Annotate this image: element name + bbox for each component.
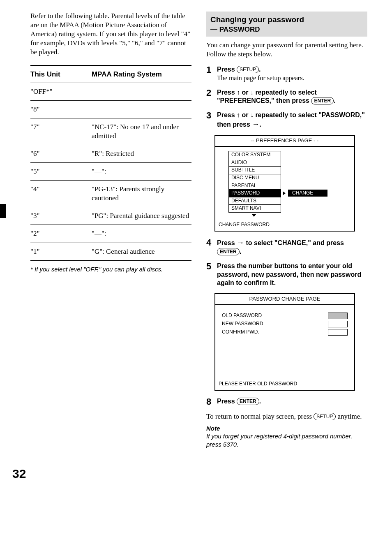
step-1: 1 Press SETUP. The main page for setup a… [206, 65, 367, 83]
osd-menu-item: PARENTAL [228, 182, 281, 190]
down-arrow-icon [250, 111, 254, 118]
rating-table: This Unit MPAA Rating System "OFF*" "8" … [30, 65, 191, 261]
table-row: "3""PG": Parental guidance suggested [30, 207, 191, 225]
step-text: Press [217, 111, 237, 118]
old-password-label: OLD PASSWORD [222, 313, 262, 319]
osd-menu-item: SUBTITLE [228, 166, 281, 174]
new-password-field [328, 321, 348, 327]
enter-key-icon: ENTER [217, 248, 240, 255]
steps-list: 1 Press SETUP. The main page for setup a… [206, 65, 367, 129]
note-label: Note [206, 424, 367, 433]
step-number: 2 [206, 88, 217, 106]
step-5: 5 Press the number buttons to enter your… [206, 262, 367, 287]
osd-menu-item: AUDIO [228, 159, 281, 167]
step-number: 8 [206, 397, 217, 406]
password-row: OLD PASSWORD [222, 313, 348, 319]
preferences-osd: -- PREFERENCES PAGE - - COLOR SYSTEM AUD… [214, 135, 355, 231]
table-row: "5""—": [30, 163, 191, 181]
osd-menu-item-selected: PASSWORD [228, 189, 281, 197]
step-text: . [259, 121, 261, 128]
table-row: "1""G": General audience [30, 243, 191, 261]
return-text: To return to normal play screen, press S… [206, 412, 367, 421]
note-body: If you forget your registered 4-digit pa… [206, 432, 367, 449]
enter-key-icon: ENTER [311, 97, 334, 104]
up-arrow-icon [237, 89, 240, 96]
right-arrow-icon [237, 239, 244, 246]
table-row: "2""—": [30, 225, 191, 243]
table-row: "OFF*" [30, 83, 191, 100]
step-text: Press the number buttons to enter your o… [217, 262, 367, 287]
step-text: Press [217, 89, 237, 96]
step-number: 3 [206, 111, 217, 129]
enter-key-icon: ENTER [237, 398, 259, 405]
step-text: Press [217, 398, 237, 405]
intro-paragraph: Refer to the following table. Parental l… [30, 12, 191, 57]
steps-list-cont: 4 Press to select "CHANGE," and press EN… [206, 238, 367, 288]
osd-footer: CHANGE PASSWORD [215, 220, 354, 231]
step-subtext: The main page for setup appears. [217, 74, 367, 83]
down-triangle-icon [251, 214, 256, 217]
step-text: . [240, 248, 241, 255]
osd-menu-item: SMART NAVI [228, 204, 281, 213]
step-text: . [259, 66, 261, 73]
table-footnote: * If you select level "OFF," you can pla… [30, 265, 191, 273]
step-4: 4 Press to select "CHANGE," and press EN… [206, 238, 367, 256]
right-triangle-icon [283, 191, 286, 195]
step-3: 3 Press or repeatedly to select "PASSWOR… [206, 111, 367, 129]
section-title-2: — PASSWORD [210, 25, 260, 33]
setup-key-icon: SETUP [237, 66, 259, 73]
setup-key-icon: SETUP [314, 413, 336, 420]
old-password-field [328, 313, 348, 319]
step-2: 2 Press or repeatedly to select "PREFERE… [206, 88, 367, 106]
up-arrow-icon [237, 111, 240, 118]
table-row: "8" [30, 100, 191, 118]
step-text: Press [217, 239, 237, 246]
password-change-osd: PASSWORD CHANGE PAGE OLD PASSWORD NEW PA… [214, 293, 355, 390]
new-password-label: NEW PASSWORD [222, 321, 263, 327]
step-text: or [240, 111, 250, 118]
step-text: to select "CHANGE," and press [244, 239, 344, 246]
table-header-mpaa: MPAA Rating System [92, 65, 191, 83]
steps-list-cont2: 8 Press ENTER. [206, 397, 367, 406]
section-intro: You can change your password for parenta… [206, 41, 367, 59]
password-row: NEW PASSWORD [222, 321, 348, 327]
side-tab [0, 204, 6, 218]
step-number: 4 [206, 238, 217, 256]
step-number: 1 [206, 65, 217, 83]
page-number: 32 [12, 466, 367, 482]
osd-menu-item: COLOR SYSTEM [228, 151, 281, 159]
osd-footer: PLEASE ENTER OLD PASSWORD [215, 379, 354, 390]
right-arrow-icon [252, 121, 259, 128]
table-row: "7""NC-17": No one 17 and under admitted [30, 118, 191, 145]
section-header: Changing your password — PASSWORD [206, 12, 367, 37]
step-text: . [334, 97, 335, 104]
osd-title: -- PREFERENCES PAGE - - [215, 136, 354, 147]
osd-menu-item: DEFAULTS [228, 197, 281, 205]
step-number: 5 [206, 262, 217, 287]
confirm-password-field [328, 329, 348, 336]
osd-change-option: CHANGE [288, 190, 327, 197]
step-text: . [259, 398, 261, 405]
password-row: CONFIRM PWD. [222, 329, 348, 336]
table-header-unit: This Unit [30, 65, 92, 83]
table-row: "6""R": Restricted [30, 145, 191, 162]
confirm-password-label: CONFIRM PWD. [222, 329, 259, 336]
osd-menu-item: DISC MENU [228, 174, 281, 182]
step-8: 8 Press ENTER. [206, 397, 367, 406]
step-text: or [240, 89, 250, 96]
left-column: Refer to the following table. Parental l… [30, 12, 191, 449]
page-columns: Refer to the following table. Parental l… [30, 12, 367, 449]
osd-title: PASSWORD CHANGE PAGE [215, 294, 354, 305]
right-column: Changing your password — PASSWORD You ca… [206, 12, 367, 449]
down-arrow-icon [250, 89, 254, 96]
table-row: "4""PG-13": Parents strongly cautioned [30, 181, 191, 207]
section-title-1: Changing your password [210, 15, 363, 25]
step-text: Press [217, 66, 237, 73]
